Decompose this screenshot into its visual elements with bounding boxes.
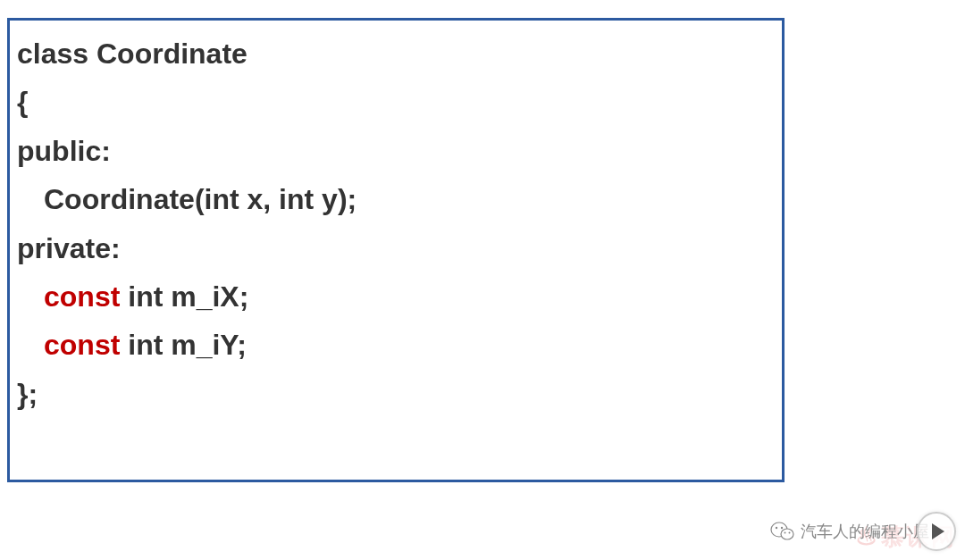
const-keyword: const: [44, 329, 120, 361]
svg-point-4: [785, 532, 786, 534]
code-line-6-rest: int m_iX;: [120, 280, 248, 313]
wechat-watermark-text: 汽车人的编程小屋: [801, 521, 929, 542]
code-line-7-rest: int m_iY;: [120, 329, 247, 361]
code-line-8: };: [17, 370, 775, 418]
code-line-5: private:: [17, 224, 775, 272]
wechat-icon: [770, 521, 795, 542]
code-line-7: const int m_iY;: [17, 321, 775, 369]
svg-point-1: [781, 529, 793, 539]
svg-point-5: [789, 532, 791, 534]
code-line-6: const int m_iX;: [17, 272, 775, 321]
play-icon: [932, 523, 944, 539]
code-line-4: Coordinate(int x, int y);: [17, 175, 775, 223]
svg-point-3: [781, 527, 783, 529]
const-keyword: const: [44, 280, 120, 313]
wechat-watermark: 汽车人的编程小屋: [770, 521, 929, 542]
svg-point-2: [776, 527, 777, 529]
code-line-3: public:: [17, 127, 775, 175]
code-line-2: {: [17, 78, 775, 126]
code-line-1: class Coordinate: [17, 29, 775, 78]
code-block: class Coordinate { public: Coordinate(in…: [7, 18, 785, 482]
play-button[interactable]: [917, 512, 956, 551]
